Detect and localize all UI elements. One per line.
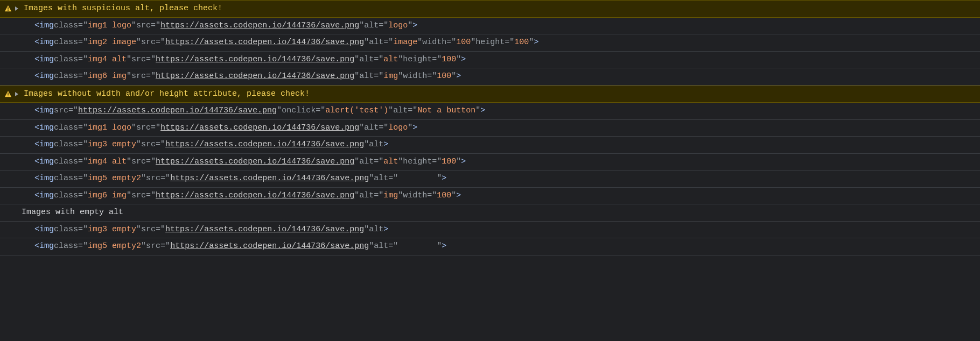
warning-icon bbox=[4, 90, 12, 98]
console-code-line[interactable]: <img class="img3 empty" src="https://ass… bbox=[0, 137, 980, 154]
console-code-line[interactable]: <img class="img5 empty2" src="https://as… bbox=[0, 238, 980, 255]
console-code-line[interactable]: <img src="https://assets.codepen.io/1447… bbox=[0, 103, 980, 120]
expand-toggle-icon[interactable] bbox=[14, 6, 19, 11]
console-code-line[interactable]: <img class="img5 empty2" src="https://as… bbox=[0, 170, 980, 188]
svg-rect-1 bbox=[8, 10, 8, 11]
expand-toggle-icon[interactable] bbox=[14, 91, 19, 97]
svg-rect-2 bbox=[8, 93, 8, 95]
svg-rect-3 bbox=[8, 95, 8, 96]
warning-icon bbox=[4, 5, 12, 12]
warning-group-header[interactable]: Images with suspicious alt, please check… bbox=[0, 0, 980, 18]
console-code-line[interactable]: <img class="img6 img" src="https://asset… bbox=[0, 188, 980, 205]
warning-group-header[interactable]: Images without width and/or height attri… bbox=[0, 86, 980, 103]
console-code-line[interactable]: <img class="img1 logo" src="https://asse… bbox=[0, 120, 980, 137]
group-title: Images without width and/or height attri… bbox=[24, 88, 310, 101]
console-code-line[interactable]: <img class="img2 image" src="https://ass… bbox=[0, 34, 980, 52]
group-title: Images with suspicious alt, please check… bbox=[24, 3, 222, 15]
log-group-header[interactable]: Images with empty alt bbox=[0, 204, 980, 222]
console-code-line[interactable]: <img class="img1 logo" src="https://asse… bbox=[0, 18, 980, 35]
svg-rect-0 bbox=[8, 8, 8, 10]
console-code-line[interactable]: <img class="img4 alt" src="https://asset… bbox=[0, 154, 980, 171]
console-code-line[interactable]: <img class="img3 empty" src="https://ass… bbox=[0, 222, 980, 239]
console-code-line[interactable]: <img class="img4 alt" src="https://asset… bbox=[0, 52, 980, 69]
console-code-line[interactable]: <img class="img6 img" src="https://asset… bbox=[0, 68, 980, 86]
group-title: Images with empty alt bbox=[22, 207, 123, 219]
